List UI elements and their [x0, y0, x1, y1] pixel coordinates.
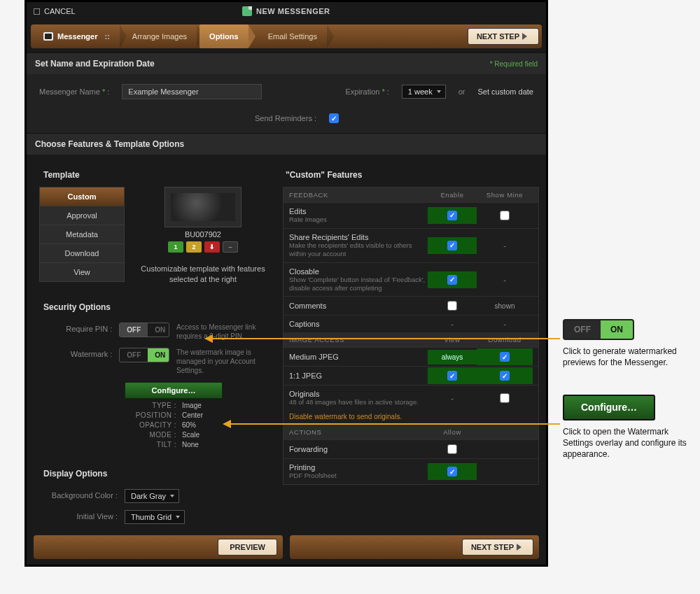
- template-download[interactable]: Download: [39, 243, 125, 262]
- send-reminders-checkbox[interactable]: [329, 113, 339, 123]
- edits-show-checkbox[interactable]: [500, 211, 510, 220]
- content-area: Template Custom Approval Metadata Downlo…: [27, 155, 546, 530]
- watermark-details: TYPE :Image POSITION :Center OPACITY :60…: [127, 402, 223, 448]
- originals-download-checkbox[interactable]: [500, 393, 510, 403]
- rating-none[interactable]: –: [223, 241, 238, 253]
- share-enable-checkbox[interactable]: [447, 241, 457, 250]
- tab-options[interactable]: Options: [200, 24, 248, 48]
- chevron-right-icon: [522, 33, 527, 40]
- template-custom[interactable]: Custom: [39, 187, 125, 206]
- set-custom-date-link[interactable]: Set custom date: [478, 87, 534, 96]
- tab-email-settings[interactable]: Email Settings: [258, 24, 327, 48]
- rating-alt[interactable]: 2: [186, 241, 202, 253]
- bg-color-row: Background Color : Dark Gray: [39, 486, 270, 507]
- dialog-window: CANCEL NEW MESSENGER Messenger :: Arrang…: [24, 0, 548, 567]
- closable-enable-checkbox[interactable]: [447, 275, 457, 285]
- callout-on-toggle: OFF ON: [563, 319, 634, 340]
- watermark-row: Watermark : OFF ON The watermark image i…: [39, 344, 270, 379]
- template-heading: Template: [39, 163, 270, 187]
- expiration-label: Expiration * :: [345, 87, 388, 96]
- watermark-help: The watermark image is managed in your A…: [176, 348, 267, 375]
- rating-approve[interactable]: 1: [168, 241, 183, 253]
- template-view[interactable]: View: [39, 262, 125, 282]
- row-medium-jpeg: Medium JPEG always: [284, 347, 538, 366]
- tab-messenger[interactable]: Messenger ::: [34, 24, 120, 48]
- comments-enable-checkbox[interactable]: [447, 301, 457, 311]
- caret-down-icon: [170, 495, 174, 497]
- arrow-head-icon: [223, 420, 231, 428]
- section-name-expiration: Set Name and Expiration Date * Required …: [27, 52, 546, 74]
- arrow-head-icon: [204, 334, 213, 343]
- row-comments: Comments shown: [284, 296, 538, 315]
- security-options: Security Options Require PIN : OFF ON Ac…: [39, 295, 270, 452]
- annotation-arrow-configure: [230, 423, 560, 425]
- chevron-right-icon: [517, 544, 522, 551]
- cancel-label: CANCEL: [44, 7, 76, 15]
- template-approval[interactable]: Approval: [39, 206, 125, 225]
- footer: PREVIEW NEXT STEP: [27, 530, 546, 565]
- messenger-name-label: Messenger Name * :: [39, 87, 109, 96]
- edits-enable-checkbox[interactable]: [447, 211, 457, 220]
- require-pin-toggle[interactable]: OFF ON: [119, 323, 169, 337]
- row-printing: PrintingPDF Proofsheet: [284, 458, 538, 484]
- row-originals: Originals48 of 48 images have files in a…: [284, 385, 538, 411]
- window-title: NEW MESSENGER: [76, 6, 497, 16]
- template-row: Custom Approval Metadata Download View B…: [39, 187, 270, 285]
- forwarding-allow-checkbox[interactable]: [447, 444, 457, 454]
- cancel-button[interactable]: CANCEL: [34, 7, 76, 15]
- messenger-name-input[interactable]: [122, 84, 262, 99]
- rating-reject[interactable]: ⬇: [204, 241, 220, 253]
- display-options: Display Options Background Color : Dark …: [39, 462, 270, 528]
- require-pin-row: Require PIN : OFF ON Access to Messenger…: [39, 319, 270, 344]
- features-heading: "Custom" Features: [283, 163, 539, 187]
- footer-bar-right: NEXT STEP: [290, 535, 539, 559]
- require-pin-label: Require PIN :: [42, 323, 112, 333]
- document-icon: [242, 6, 252, 16]
- expiration-select[interactable]: 1 week: [402, 85, 446, 99]
- required-note: * Required field: [490, 60, 538, 68]
- callout-configure: Configure… Click to open the Watermark S…: [563, 395, 689, 460]
- titlebar: CANCEL NEW MESSENGER: [27, 2, 546, 20]
- annotation-arrow-toggle: [211, 338, 560, 339]
- configure-button[interactable]: Configure…: [125, 382, 223, 399]
- actions-header: ACTIONS Allow: [284, 425, 538, 439]
- section-features: Choose Features & Template Options: [27, 133, 546, 155]
- initial-view-row: Initial View : Thumb Grid: [39, 507, 270, 528]
- printing-allow-checkbox[interactable]: [447, 467, 457, 476]
- caret-down-icon: [176, 516, 180, 518]
- bg-color-label: Background Color :: [42, 489, 118, 500]
- watermark-toggle[interactable]: OFF ON: [119, 348, 169, 362]
- preview-button[interactable]: PREVIEW: [218, 539, 277, 556]
- preview-image-id: BU007902: [136, 230, 270, 239]
- jpeg11-view-checkbox[interactable]: [447, 371, 457, 381]
- feedback-header: FEEDBACK Enable Show Mine: [284, 188, 538, 202]
- medium-download-checkbox[interactable]: [500, 352, 510, 362]
- template-preview: BU007902 1 2 ⬇ – Customizable template w…: [136, 187, 270, 285]
- send-reminders-label: Send Reminders :: [255, 114, 316, 122]
- display-heading: Display Options: [39, 462, 270, 486]
- row-11-jpeg: 1:1 JPEG: [284, 366, 538, 385]
- watermark-label: Watermark :: [42, 348, 112, 358]
- left-column: Template Custom Approval Metadata Downlo…: [39, 163, 270, 521]
- tab-arrange-images[interactable]: Arrange Images: [122, 24, 197, 48]
- caret-down-icon: [437, 90, 441, 93]
- callout-config-text: Click to open the Watermark Settings ove…: [563, 426, 689, 460]
- configure-row: Configure… TYPE :Image POSITION :Center …: [39, 379, 270, 452]
- template-list: Custom Approval Metadata Download View: [39, 187, 125, 282]
- wizard-tabs: Messenger :: Arrange Images Options Emai…: [27, 20, 546, 52]
- initial-view-select[interactable]: Thumb Grid: [125, 510, 185, 524]
- messenger-icon: [43, 32, 53, 41]
- template-metadata[interactable]: Metadata: [39, 225, 125, 243]
- row-share-edits: Share Recipients' EditsMake the recipien…: [284, 228, 538, 262]
- features-table: FEEDBACK Enable Show Mine EditsRate Imag…: [283, 187, 539, 485]
- callout-on-text: Click to generate watermarked previews f…: [563, 346, 689, 368]
- template-note: Customizable template with features sele…: [136, 264, 270, 285]
- footer-bar-left: PREVIEW: [34, 535, 283, 559]
- next-step-button-bottom[interactable]: NEXT STEP: [462, 539, 533, 556]
- initial-view-label: Initial View :: [42, 510, 118, 521]
- jpeg11-download-checkbox[interactable]: [500, 371, 510, 381]
- row-edits: EditsRate Images: [284, 202, 538, 228]
- next-step-button-top[interactable]: NEXT STEP: [468, 28, 539, 45]
- image-access-header: IMAGE ACCESS View Download: [284, 332, 538, 347]
- bg-color-select[interactable]: Dark Gray: [125, 489, 179, 503]
